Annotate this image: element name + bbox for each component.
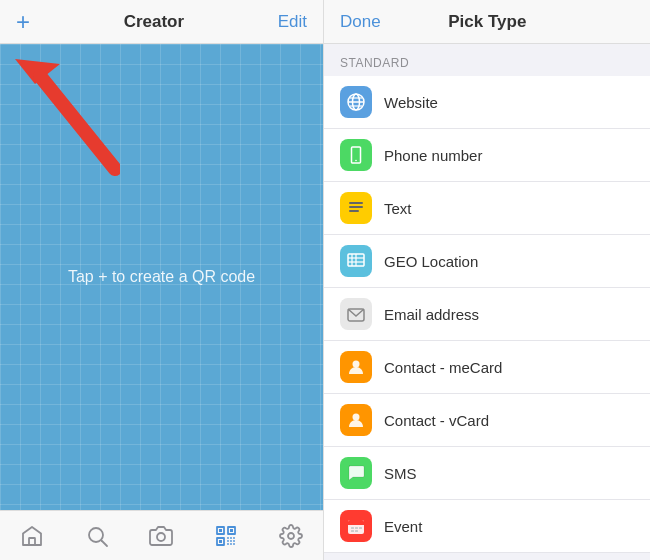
app-title: Creator xyxy=(124,12,184,32)
svg-point-21 xyxy=(288,533,294,539)
qr-tab[interactable] xyxy=(206,516,246,556)
done-button[interactable]: Done xyxy=(340,12,381,32)
svg-rect-47 xyxy=(351,530,354,532)
website-icon xyxy=(340,86,372,118)
svg-rect-30 xyxy=(349,210,359,212)
settings-tab[interactable] xyxy=(271,516,311,556)
website-label: Website xyxy=(384,94,438,111)
phone-label: Phone number xyxy=(384,147,482,164)
tab-bar xyxy=(0,510,323,560)
list-item-email[interactable]: Email address xyxy=(324,288,650,341)
creator-canvas: Tap + to create a QR code xyxy=(0,44,323,510)
pick-type-title: Pick Type xyxy=(448,12,526,32)
app-container: + Creator Edit Tap + to create a QR code xyxy=(0,0,650,560)
email-icon xyxy=(340,298,372,330)
left-panel: + Creator Edit Tap + to create a QR code xyxy=(0,0,323,560)
list-item-mecard[interactable]: Contact - meCard xyxy=(324,341,650,394)
sms-icon xyxy=(340,457,372,489)
svg-point-38 xyxy=(353,414,360,421)
mecard-label: Contact - meCard xyxy=(384,359,502,376)
list-item-geo[interactable]: GEO Location xyxy=(324,235,650,288)
text-label: Text xyxy=(384,200,412,217)
svg-line-1 xyxy=(40,76,115,169)
tap-hint-text: Tap + to create a QR code xyxy=(68,268,255,286)
svg-line-4 xyxy=(101,540,107,546)
svg-point-37 xyxy=(353,361,360,368)
event-label: Event xyxy=(384,518,422,535)
geo-label: GEO Location xyxy=(384,253,478,270)
mecard-icon xyxy=(340,351,372,383)
search-tab[interactable] xyxy=(77,516,117,556)
svg-rect-48 xyxy=(355,530,358,532)
svg-rect-45 xyxy=(355,527,358,529)
list-item-text[interactable]: Text xyxy=(324,182,650,235)
right-panel: Done Pick Type STANDARD Website xyxy=(323,0,650,560)
phone-icon xyxy=(340,139,372,171)
sms-label: SMS xyxy=(384,465,417,482)
list-item-website[interactable]: Website xyxy=(324,76,650,129)
right-header: Done Pick Type xyxy=(324,0,650,44)
red-arrow xyxy=(10,54,120,188)
text-icon xyxy=(340,192,372,224)
list-item-vcard[interactable]: Contact - vCard xyxy=(324,394,650,447)
special-section-label: SPECIAL xyxy=(324,553,650,560)
vcard-icon xyxy=(340,404,372,436)
svg-rect-10 xyxy=(230,529,233,532)
standard-section-label: STANDARD xyxy=(324,44,650,76)
vcard-label: Contact - vCard xyxy=(384,412,489,429)
camera-tab[interactable] xyxy=(141,516,181,556)
type-list: STANDARD Website xyxy=(324,44,650,560)
event-icon xyxy=(340,510,372,542)
list-item-phone[interactable]: Phone number xyxy=(324,129,650,182)
add-button[interactable]: + xyxy=(16,10,30,34)
svg-rect-9 xyxy=(219,529,222,532)
svg-rect-28 xyxy=(349,202,363,204)
svg-rect-2 xyxy=(29,538,35,545)
svg-rect-44 xyxy=(351,527,354,529)
geo-icon xyxy=(340,245,372,277)
edit-button[interactable]: Edit xyxy=(278,12,307,32)
list-item-sms[interactable]: SMS xyxy=(324,447,650,500)
list-item-event[interactable]: Event xyxy=(324,500,650,553)
home-tab[interactable] xyxy=(12,516,52,556)
svg-rect-11 xyxy=(219,540,222,543)
left-header: + Creator Edit xyxy=(0,0,323,44)
email-label: Email address xyxy=(384,306,479,323)
svg-point-27 xyxy=(355,160,357,162)
svg-rect-41 xyxy=(348,523,364,525)
svg-rect-29 xyxy=(349,206,363,208)
svg-rect-46 xyxy=(359,527,362,529)
svg-point-5 xyxy=(157,533,165,541)
